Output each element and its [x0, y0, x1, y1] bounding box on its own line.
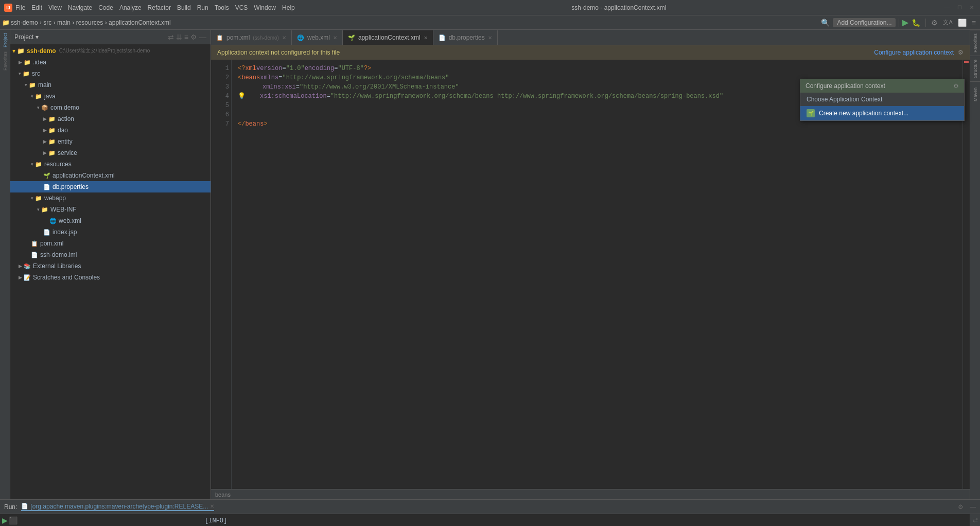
run-log: [INFO] [INFO] [INFO] --- maven-archetype…	[201, 514, 970, 526]
tree-item-external-libs[interactable]: ▶ 📚 External Libraries	[10, 260, 211, 272]
menu-vcs[interactable]: VCS	[235, 4, 248, 11]
window-controls[interactable]: — ☐ ✕	[943, 4, 976, 12]
settings-icon[interactable]: ⚙	[929, 17, 940, 28]
project-panel: Project ▾ ⇄ ⇊ ≡ ⚙ — ▾ 📁 ssh-demo C:\User…	[10, 30, 211, 499]
sidebar-tab-project[interactable]: Project	[0, 30, 10, 50]
tree-item-dao[interactable]: ▶ 📁 dao	[10, 125, 211, 136]
tree-item-idea[interactable]: ▶ 📁 .idea	[10, 57, 211, 68]
tree-item-resources[interactable]: ▾ 📁 resources	[10, 159, 211, 170]
menu-navigate[interactable]: Navigate	[68, 4, 92, 11]
tree-item-java[interactable]: ▾ 📁 java	[10, 91, 211, 102]
tree-item-action[interactable]: ▶ 📁 action	[10, 113, 211, 125]
run-tab-active[interactable]: 📄 [org.apache.maven.plugins:maven-archet…	[21, 503, 214, 511]
menu-build[interactable]: Build	[177, 4, 191, 11]
hide-panel-icon[interactable]: —	[199, 33, 206, 41]
configure-context-label: Configure application context	[806, 82, 885, 90]
search-everywhere-icon[interactable]: 🔍	[819, 17, 832, 28]
tree-item-applicationcontext[interactable]: 🌱 applicationContext.xml	[10, 170, 211, 181]
editor-tabs: 📋 pom.xml (ssh-demo) ✕ 🌐 web.xml ✕ 🌱 app…	[211, 30, 970, 45]
menu-edit[interactable]: Edit	[31, 4, 42, 11]
filter-icon[interactable]: ≡	[184, 33, 188, 41]
translate-icon[interactable]: 文A	[941, 17, 954, 27]
maximize-button[interactable]: ☐	[955, 4, 964, 12]
project-icon: 📁	[2, 19, 10, 26]
sidebar-tab-favorites[interactable]: Favorites	[970, 30, 981, 56]
create-new-context-item[interactable]: 🌱 Create new application context...	[800, 106, 964, 120]
close-appctx-tab[interactable]: ✕	[424, 35, 428, 41]
sidebar-tab-maven[interactable]: Maven	[970, 81, 981, 107]
tree-item-pom-xml[interactable]: 📋 pom.xml	[10, 238, 211, 249]
menu-refactor[interactable]: Refactor	[148, 4, 171, 11]
tree-item-src[interactable]: ▾ 📁 src	[10, 68, 211, 79]
menu-tools[interactable]: Tools	[215, 4, 229, 11]
add-configuration-button[interactable]: Add Configuration...	[833, 18, 896, 27]
tree-item-ssh-demo[interactable]: ▾ 📁 ssh-demo C:\Users\徐文义\IdeaProjects\s…	[10, 45, 211, 57]
project-panel-title: Project ▾	[14, 33, 39, 41]
debug-button[interactable]: 🐛	[909, 17, 922, 28]
editor-scrollbar[interactable]	[962, 60, 970, 489]
run-button[interactable]: ▶	[902, 17, 908, 27]
notification-gear-icon[interactable]: ⚙	[958, 49, 964, 56]
close-button[interactable]: ✕	[968, 4, 976, 12]
file-tree: ▾ 📁 ssh-demo C:\Users\徐文义\IdeaProjects\s…	[10, 44, 211, 499]
run-stop-icon[interactable]: ⬛	[9, 516, 18, 524]
code-content[interactable]: <?xml version="1.0" encoding="UTF-8"?> <…	[232, 60, 962, 489]
tree-item-ssh-demo-iml[interactable]: 📄 ssh-demo.iml	[10, 249, 211, 260]
breadcrumb: ssh-demo › src › main › resources › appl…	[11, 19, 171, 26]
menu-bar[interactable]: File Edit View Navigate Code Analyze Ref…	[15, 4, 295, 11]
tree-item-index-jsp[interactable]: 📄 index.jsp	[10, 226, 211, 238]
close-run-tab[interactable]: ✕	[210, 503, 214, 509]
menu-view[interactable]: View	[48, 4, 62, 11]
tree-item-scratches[interactable]: ▶ 📝 Scratches and Consoles	[10, 272, 211, 283]
sync-icon[interactable]: ⇄	[168, 33, 174, 41]
code-editor[interactable]: 1 2 3 4 5 6 7 <?xml version="1.0" encodi…	[211, 60, 970, 489]
menu-help[interactable]: Help	[282, 4, 295, 11]
tree-item-main[interactable]: ▾ 📁 main	[10, 79, 211, 91]
tree-item-com-demo[interactable]: ▾ 📦 com.demo	[10, 102, 211, 113]
tree-item-entity[interactable]: ▶ 📁 entity	[10, 136, 211, 147]
menu-file[interactable]: File	[15, 4, 25, 11]
run-action-btn-1[interactable]: ⇄	[970, 514, 980, 525]
close-db-tab[interactable]: ✕	[488, 35, 492, 41]
menu-window[interactable]: Window	[254, 4, 276, 11]
menu-code[interactable]: Code	[98, 4, 113, 11]
tab-web-xml[interactable]: 🌐 web.xml ✕	[292, 30, 343, 45]
tree-item-webinf[interactable]: ▾ 📁 WEB-INF	[10, 204, 211, 215]
choose-context-item[interactable]: Choose Application Context	[800, 93, 964, 106]
configure-gear-icon[interactable]: ⚙	[953, 82, 959, 90]
tree-item-db-properties[interactable]: 📄 db.properties	[10, 181, 211, 192]
run-restart-icon[interactable]: ▶	[2, 516, 8, 524]
choose-context-label: Choose Application Context	[807, 96, 882, 103]
menu-analyze[interactable]: Analyze	[119, 4, 142, 11]
run-settings-icon[interactable]: ⚙	[958, 503, 964, 511]
tree-item-webapp[interactable]: ▾ 📁 webapp	[10, 192, 211, 204]
left-sidebar-tabs: Project Favorites	[0, 30, 10, 499]
window-options-button[interactable]: ≡	[970, 17, 978, 28]
menu-run[interactable]: Run	[197, 4, 208, 11]
sidebar-tab-structure[interactable]: Structure	[970, 56, 981, 81]
run-tab-label: [org.apache.maven.plugins:maven-archetyp…	[30, 503, 208, 510]
expand-button[interactable]: ⬜	[956, 17, 969, 28]
configure-app-context-link[interactable]: Configure application context	[874, 49, 954, 56]
tab-pom-xml[interactable]: 📋 pom.xml (ssh-demo) ✕	[211, 30, 292, 45]
minimize-button[interactable]: —	[943, 4, 951, 12]
web-tab-icon: 🌐	[297, 34, 304, 41]
run-label: Run:	[4, 503, 17, 511]
context-dropdown: Configure application context ⚙ Choose A…	[800, 79, 965, 121]
main-layout: Project Favorites Project ▾ ⇄ ⇊ ≡ ⚙ — ▾ …	[0, 30, 980, 499]
tab-db-properties[interactable]: 📄 db.properties ✕	[433, 30, 498, 45]
tree-item-web-xml[interactable]: 🌐 web.xml	[10, 215, 211, 226]
title-bar: IJ File Edit View Navigate Code Analyze …	[0, 0, 980, 15]
tree-item-service[interactable]: ▶ 📁 service	[10, 147, 211, 159]
gear-icon[interactable]: ⚙	[190, 33, 197, 41]
run-panel-header: Run: 📄 [org.apache.maven.plugins:maven-a…	[0, 500, 980, 514]
tab-applicationcontext[interactable]: 🌱 applicationContext.xml ✕	[343, 30, 433, 45]
collapse-all-icon[interactable]: ⇊	[176, 33, 182, 41]
app-logo: IJ	[4, 4, 12, 12]
run-hide-icon[interactable]: —	[970, 503, 976, 511]
project-panel-header: Project ▾ ⇄ ⇊ ≡ ⚙ —	[10, 30, 211, 44]
close-web-tab[interactable]: ✕	[333, 35, 337, 41]
project-panel-dropdown-icon[interactable]: ▾	[36, 33, 39, 41]
close-pom-tab[interactable]: ✕	[282, 35, 286, 41]
sidebar-tab-favorites[interactable]: Favorites	[0, 50, 10, 71]
